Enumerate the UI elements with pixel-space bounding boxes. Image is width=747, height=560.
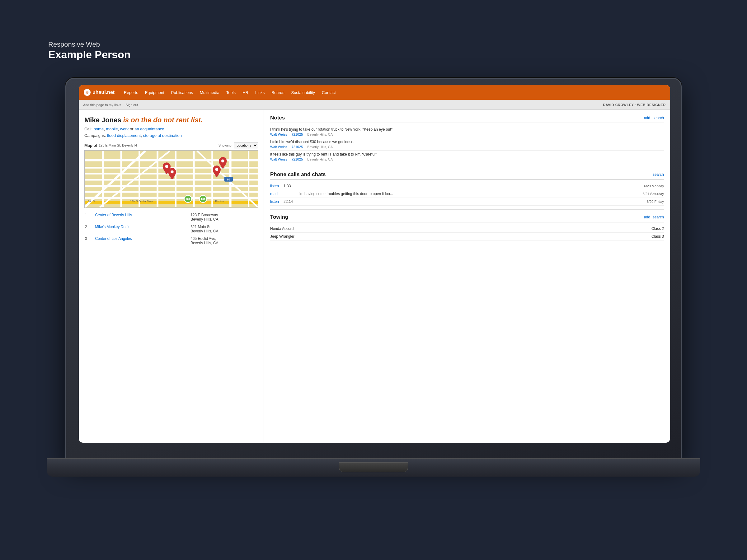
nav-hr[interactable]: HR (239, 88, 252, 97)
locations-select[interactable]: Locations (234, 142, 258, 149)
note-text: I think he's trying to take our rotation… (270, 127, 664, 132)
svg-point-32 (171, 170, 174, 174)
notes-title: Notes (270, 115, 285, 121)
person-header: Mike Jones is on the do not rent list. (84, 116, 258, 124)
laptop-screen: © uhaul.net Reports Equipment Publicatio… (79, 85, 670, 443)
phone-date: 6/20 Friday (647, 200, 664, 204)
svg-text:80: 80 (227, 178, 230, 181)
location-row: 3 Center of Los Angeles 465 Euclid Ave,B… (85, 235, 257, 246)
notes-actions: add search (644, 116, 664, 120)
towing-class: Class 3 (651, 234, 664, 239)
note-item: I think he's trying to take our rotation… (270, 126, 664, 138)
phone-date: 6/23 Monday (644, 184, 664, 188)
notes-list: I think he's trying to take our rotation… (270, 126, 664, 163)
phone-text: I'm having some troubles getting this do… (299, 192, 640, 196)
contact-line: Call: home, mobile, work or an acquainta… (84, 127, 258, 131)
nav-boards[interactable]: Boards (268, 88, 287, 97)
campaigns-line: Campaigns: flood displacement, storage a… (84, 133, 258, 138)
phone-action[interactable]: listen (270, 199, 281, 204)
towing-class: Class 2 (651, 226, 664, 231)
notes-header: Notes add search (270, 115, 664, 123)
navigation-bar: © uhaul.net Reports Equipment Publicatio… (79, 85, 670, 100)
sign-out-link[interactable]: Sign out (125, 103, 138, 107)
nav-publications[interactable]: Publications (168, 88, 196, 97)
divider-1 (270, 167, 664, 167)
divider-2 (270, 209, 664, 210)
call-mobile[interactable]: mobile (106, 127, 118, 131)
phone-list: listen 1:33 6/23 Monday read I'm having … (270, 182, 664, 206)
nav-tools[interactable]: Tools (223, 88, 239, 97)
svg-point-34 (215, 168, 218, 171)
svg-text:101: 101 (185, 197, 190, 201)
campaign-flood[interactable]: flood displacement (107, 133, 141, 138)
note-zip: 721025 (291, 133, 303, 136)
showing-select: Showing: Locations (218, 142, 258, 149)
note-meta: Walt Weiss 721025 Beverly Hills, CA (270, 133, 664, 136)
sub-navigation: Add this page to my links Sign out DAVID… (79, 100, 670, 110)
location-address: 123 E BroadwayBeverly Hills, CA (190, 212, 257, 223)
add-page-link[interactable]: Add this page to my links (83, 103, 121, 107)
phone-action[interactable]: read (270, 192, 281, 196)
nav-logo: © uhaul.net (84, 89, 114, 96)
note-meta: Walt Weiss 721025 Beverly Hills, CA (270, 157, 664, 161)
phone-actions: search (653, 172, 664, 177)
left-panel: Mike Jones is on the do not rent list. C… (79, 110, 264, 443)
note-city: Beverly Hills, CA (307, 133, 333, 136)
map-container: 101 101 80 (84, 150, 258, 208)
towing-actions: add search (644, 215, 664, 219)
location-num: 1 (85, 212, 95, 223)
note-author[interactable]: Walt Weiss (270, 133, 287, 136)
phone-item: listen 1:33 6/23 Monday (270, 182, 664, 190)
location-address: 321 Main StBeverly Hills, CA (190, 223, 257, 235)
map-address: 123 E Main St. Beverly H (99, 143, 137, 147)
svg-text:101: 101 (201, 197, 205, 201)
logo-icon: © (84, 89, 91, 96)
note-text: I told him we'd discount $30 because we … (270, 140, 664, 144)
location-row: 2 Mike's Monkey Dealer 321 Main StBeverl… (85, 223, 257, 235)
towing-add[interactable]: add (644, 215, 650, 219)
nav-multimedia[interactable]: Multimedia (197, 88, 223, 97)
note-zip: 721025 (291, 145, 303, 149)
notes-add[interactable]: add (644, 116, 650, 120)
notes-search[interactable]: search (653, 116, 664, 120)
location-name[interactable]: Center of Los Angeles (95, 236, 132, 241)
phone-action[interactable]: listen (270, 184, 281, 188)
map-svg: 101 101 80 (85, 151, 258, 208)
note-author[interactable]: Walt Weiss (270, 157, 287, 161)
nav-equipment[interactable]: Equipment (142, 88, 168, 97)
towing-row: Honda Accord Class 2 (270, 225, 664, 233)
note-text: It feels like this guy is trying to rent… (270, 152, 664, 157)
phone-duration: 22:14 (284, 199, 296, 204)
nav-reports[interactable]: Reports (121, 88, 141, 97)
main-content: Mike Jones is on the do not rent list. C… (79, 110, 670, 443)
location-name[interactable]: Center of Beverly Hills (95, 213, 132, 217)
label-sub: Responsive Web (48, 41, 131, 49)
call-acquaintance[interactable]: an acquaintance (134, 127, 164, 131)
logo-text: uhaul.net (93, 89, 114, 95)
svg-text:13th St Central Skwy: 13th St Central Skwy (130, 200, 153, 203)
campaign-storage[interactable]: storage at destination (143, 133, 182, 138)
label-main: Example Person (48, 49, 131, 61)
nav-contact[interactable]: Contact (319, 88, 339, 97)
right-panel: Notes add search I think he's trying to … (264, 110, 670, 443)
towing-search[interactable]: search (653, 215, 664, 219)
call-work[interactable]: work (120, 127, 129, 131)
note-city: Beverly Hills, CA (307, 145, 333, 149)
phone-search[interactable]: search (653, 172, 664, 177)
note-author[interactable]: Walt Weiss (270, 145, 287, 149)
phone-duration: 1:33 (284, 184, 296, 188)
laptop-base (47, 458, 700, 477)
sub-nav-left: Add this page to my links Sign out (83, 103, 138, 107)
location-name[interactable]: Mike's Monkey Dealer (95, 224, 132, 229)
user-info: DAVID CROWLEY · WEB DESIGNER (603, 103, 666, 107)
laptop-body: © uhaul.net Reports Equipment Publicatio… (66, 78, 681, 460)
note-zip: 721025 (291, 157, 303, 161)
note-item: I told him we'd discount $30 because we … (270, 138, 664, 151)
call-home[interactable]: home (94, 127, 104, 131)
nav-sustainability[interactable]: Sustainability (288, 88, 318, 97)
nav-links-item[interactable]: Links (252, 88, 268, 97)
towing-vehicle: Jeep Wrangler (270, 234, 651, 239)
phone-item: read I'm having some troubles getting th… (270, 190, 664, 198)
svg-text:Division: Division (215, 200, 224, 203)
towing-title: Towing (270, 214, 288, 220)
